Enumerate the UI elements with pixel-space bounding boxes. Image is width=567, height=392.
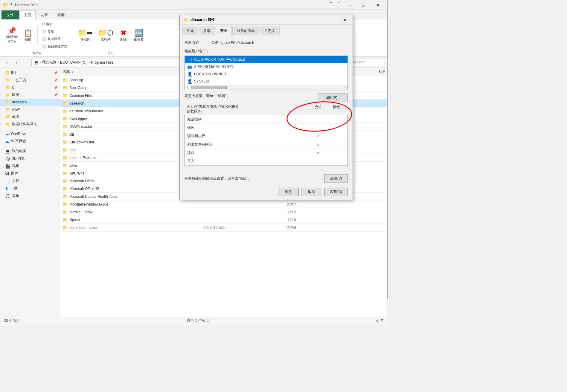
sidebar-item-3d[interactable]: 🎲 3D 对象 [0, 155, 60, 162]
perm-item-read-execute: 读取和执行 ✓ [185, 132, 347, 140]
group-section-label: 组或用户名(G): [185, 49, 348, 54]
advanced-btn[interactable]: 高级(V) [324, 174, 348, 183]
quick-access-icon: ⬇ [10, 2, 13, 8]
sidebar-item-tools[interactable]: 📁 一些工具 📌 [0, 76, 60, 84]
sidebar-item-www[interactable]: 📁 www [0, 106, 60, 113]
sidebar-item-pictures2[interactable]: 🖼 图片 [0, 170, 60, 177]
clipboard-items: 📌 固定到快速访问 📋 粘贴 ✂ 剪切 [4, 21, 69, 50]
paste-shortcut-btn[interactable]: ⬜ 粘贴快捷方式 [40, 43, 69, 50]
delete-btn[interactable]: ✖ 删除 [117, 28, 130, 43]
sidebar-item-music[interactable]: 🎵 音乐 [0, 192, 60, 200]
back-btn[interactable]: ‹ [3, 58, 11, 67]
sidebar-item-c[interactable]: 📁 C 📌 [0, 84, 60, 91]
clipboard-small-btns: ✂ 剪切 ⬜ 复制 ⬜ 复制路径 ⬜ 粘贴快捷方 [40, 21, 69, 50]
h-scroll-right[interactable]: › [343, 85, 347, 90]
sidebar-item-label: 图片 [11, 171, 18, 176]
sidebar-item-onedrive[interactable]: ☁ OneDrive [0, 130, 60, 137]
tab-previous-versions[interactable]: 以前的版本 [232, 27, 259, 35]
clipboard-label: 剪贴板 [32, 50, 41, 55]
move-to-btn[interactable]: 📁➡ 移动到 [76, 28, 95, 43]
sidebar-folder-icon: 📁 [5, 114, 10, 119]
group-item-system[interactable]: 👤 SYSTEM [185, 78, 347, 85]
folder-icon: 📁 [63, 171, 68, 176]
perm-item-write: 写入 [185, 157, 347, 166]
sidebar-item-label: 我的电脑 [12, 148, 26, 154]
list-view-btn[interactable]: ⊞ [376, 319, 379, 323]
sidebar-item-documents[interactable]: 📄 文档 [0, 177, 60, 185]
tab-file[interactable]: 文件 [1, 10, 19, 19]
list-item[interactable]: 📁nontmenu-master 2021/1/14 18:14 文件夹 [60, 224, 387, 232]
dialog-title-icon: 📁 [183, 18, 188, 22]
group-item-all-app-packages[interactable]: 👥 ALL APPLICATION PACKAGES [185, 56, 347, 63]
sidebar: 🖼 图片 📌 📁 一些工具 📌 📁 C 📌 📁 网安 📌 📁 [0, 68, 60, 317]
path-program-files: Program Files [91, 60, 114, 65]
tab-sharing[interactable]: 共享 [199, 27, 215, 35]
sidebar-item-dsa[interactable]: 📁 数据结构与算法 [0, 120, 60, 128]
perm-item-modify: 修改 [185, 124, 347, 132]
paste-icon: 📋 [24, 29, 33, 36]
perm-item-list: 列出文件夹内容 ✓ [185, 140, 347, 149]
folder-icon: 📁 [63, 78, 68, 82]
divider [37, 26, 38, 44]
forward-btn[interactable]: › [12, 58, 21, 67]
paste-btn[interactable]: 📋 粘贴 [21, 28, 35, 43]
minimize-btn[interactable]: ─ [342, 0, 356, 10]
organize-items: 📁➡ 移动到 📁⬡ 复制到 ✖ 删除 🔤 重命名 [76, 21, 146, 50]
up-btn[interactable]: ↑ [22, 58, 30, 67]
sidebar-item-pictures[interactable]: 🖼 图片 📌 [0, 69, 60, 76]
properties-dialog: 📁 dirsearch 属性 ✕ 常规 共享 安全 以前的版本 自定义 对象名称… [179, 15, 353, 200]
ok-btn[interactable]: 确定 [278, 188, 299, 196]
detail-view-btn[interactable]: ☰ [380, 319, 384, 323]
tab-view[interactable]: 查看 [53, 10, 69, 19]
folder-icon: 📁 [63, 109, 68, 114]
group-item-creator-owner[interactable]: 👤 CREATOR OWNER [185, 71, 347, 78]
ribbon-collapse-btn[interactable]: ∧ [327, 0, 335, 10]
dialog-title-bar: 📁 dirsearch 属性 ✕ [180, 15, 353, 25]
maximize-btn[interactable]: □ [357, 0, 371, 10]
cancel-btn[interactable]: 取消 [301, 188, 322, 196]
group-listbox-scroll: 👥 ALL APPLICATION PACKAGES 👥 所有受限制的应用程序包… [185, 56, 347, 85]
tab-customize[interactable]: 自定义 [260, 27, 280, 35]
tab-home[interactable]: 主页 [19, 10, 36, 20]
sidebar-item-label: 一些工具 [12, 78, 26, 83]
sidebar-item-video[interactable]: 🎬 视频 [0, 162, 60, 170]
copy-to-icon: 📁⬡ [98, 29, 113, 36]
move-label: 移动到 [80, 37, 90, 42]
dialog-tabs: 常规 共享 安全 以前的版本 自定义 [180, 25, 353, 35]
tab-share[interactable]: 共享 [36, 10, 52, 19]
rename-btn[interactable]: 🔤 重命名 [132, 28, 146, 43]
sidebar-item-my-computer[interactable]: 💻 我的电脑 [0, 147, 60, 155]
group-item-restricted[interactable]: 👥 所有受限制的应用程序包 [185, 63, 347, 71]
copy-to-btn[interactable]: 📁⬡ 复制到 [96, 28, 115, 43]
sidebar-item-label: 文档 [12, 178, 19, 183]
apply-btn[interactable]: 应用(A) [324, 188, 348, 196]
sidebar-item-netsec[interactable]: 📁 网安 📌 [0, 91, 60, 99]
close-btn[interactable]: ✕ [371, 0, 385, 10]
tab-general[interactable]: 常规 [182, 27, 198, 35]
pin-to-quick-access-btn[interactable]: 📌 固定到快速访问 [4, 26, 20, 45]
h-scroll-left[interactable]: ‹ [185, 85, 190, 90]
sidebar-item-downloads[interactable]: ⬇ 下载 [0, 185, 60, 192]
sidebar-folder-icon: 📁 [5, 93, 10, 97]
cut-label: 剪切 [46, 22, 53, 26]
sidebar-item-wps[interactable]: ☁ WPS网盘 [0, 137, 60, 145]
tab-security[interactable]: 安全 [216, 27, 232, 35]
list-item[interactable]: 📁Npcap 文件夹 [60, 216, 387, 224]
cut-btn[interactable]: ✂ 剪切 [40, 21, 69, 27]
sidebar-item-label: www [12, 107, 20, 111]
copy-btn[interactable]: ⬜ 复制 [40, 28, 69, 35]
list-item[interactable]: 📁Mozilla Firefox 文件夹 [60, 208, 387, 216]
copy-path-btn[interactable]: ⬜ 复制路径 [40, 36, 69, 42]
sidebar-item-screenshots[interactable]: 📁 截图 [0, 113, 60, 120]
list-item[interactable]: 📁ModifiableWindowsApps 文件夹 [60, 200, 387, 208]
dialog-close-btn[interactable]: ✕ [341, 16, 349, 24]
h-scroll-thumb[interactable] [191, 86, 227, 89]
folder-icon: 📁 [63, 117, 68, 121]
dialog-body: 对象名称 C:\Program Files\dirsearch 组或用户名(G)… [180, 35, 353, 174]
col-size-label: 大小 [378, 70, 385, 74]
pin-icon: 📌 [54, 86, 57, 89]
sidebar-item-dirsearch[interactable]: 📁 dirsearch [0, 99, 60, 106]
edit-permissions-btn[interactable]: 编辑(E)... [318, 94, 348, 102]
folder-icon: 📁 [63, 194, 68, 199]
help-btn[interactable]: ? [335, 0, 342, 10]
